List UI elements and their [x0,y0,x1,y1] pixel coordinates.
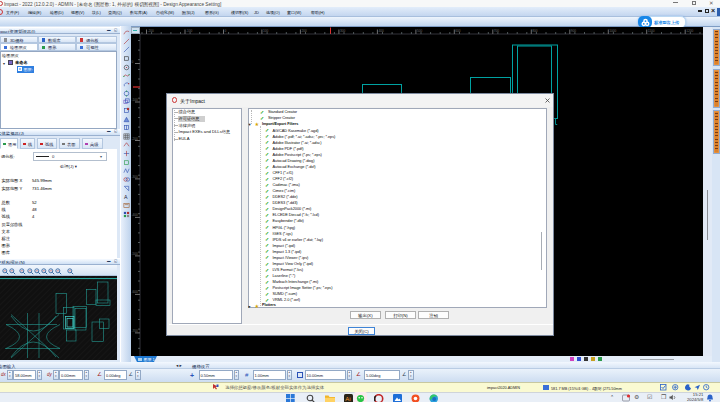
svg-text:-200: -200 [148,28,155,32]
svg-text:0: 0 [225,28,227,32]
svg-text:-100: -100 [186,28,193,32]
svg-text:-100: -100 [132,98,139,102]
svg-text:100: 100 [263,28,269,32]
svg-text:-700: -700 [132,328,139,332]
svg-text:0: 0 [132,59,134,63]
svg-text:-400: -400 [132,213,139,217]
svg-text:400: 400 [378,28,384,32]
svg-text:800: 800 [532,28,538,32]
svg-text:200: 200 [301,28,307,32]
svg-text:1100: 1100 [648,28,655,32]
svg-text:300: 300 [340,28,346,32]
svg-text:-600: -600 [132,290,139,294]
svg-text:-500: -500 [132,251,139,255]
svg-text:-300: -300 [132,174,139,178]
svg-text:700: 700 [494,28,500,32]
svg-text:600: 600 [455,28,461,32]
svg-text:Ai: Ai [345,396,350,402]
svg-text:1000: 1000 [609,28,616,32]
svg-text:500: 500 [417,28,423,32]
svg-text:900: 900 [571,28,577,32]
svg-text:A: A [123,194,127,200]
svg-text:-200: -200 [132,136,139,140]
svg-text:1200: 1200 [686,28,693,32]
